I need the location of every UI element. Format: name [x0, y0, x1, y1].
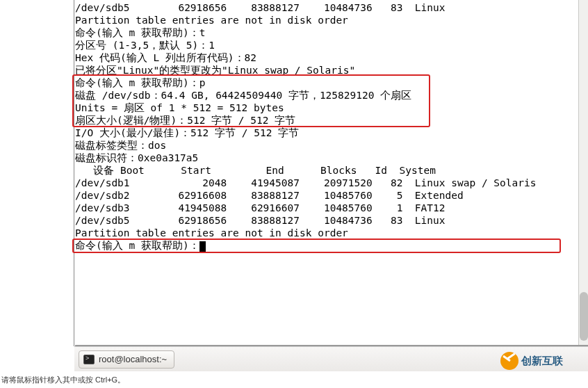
- terminal-content: /dev/sdb5 62918656 83888127 10484736 83 …: [75, 1, 588, 252]
- task-button-label: root@localhost:~: [99, 354, 167, 364]
- terminal-line: 已将分区"Linux"的类型更改为"Linux swap / Solaris": [75, 64, 588, 76]
- task-button-terminal[interactable]: root@localhost:~: [79, 350, 174, 369]
- terminal-line: 磁盘标识符：0xe0a317a5: [75, 152, 588, 164]
- terminal-line: Units = 扇区 of 1 * 512 = 512 bytes: [75, 102, 588, 114]
- terminal-line: 命令(输入 m 获取帮助)：: [75, 239, 588, 252]
- terminal-line: 磁盘 /dev/sdb：64.4 GB, 64424509440 字节，1258…: [75, 89, 588, 102]
- terminal-output[interactable]: /dev/sdb5 62918656 83888127 10484736 83 …: [75, 0, 588, 346]
- terminal-line: /dev/sdb2 62916608 83888127 10485760 5 E…: [75, 189, 588, 202]
- terminal-line: 命令(输入 m 获取帮助)：p: [75, 76, 588, 89]
- terminal-line: /dev/sdb3 41945088 62916607 10485760 1 F…: [75, 202, 588, 214]
- terminal-cursor: [199, 241, 206, 252]
- scrollbar-thumb[interactable]: [580, 292, 588, 341]
- terminal-icon: [83, 355, 95, 364]
- terminal-line: 命令(输入 m 获取帮助)：t: [75, 26, 588, 39]
- terminal-line: /dev/sdb5 62918656 83888127 10484736 83 …: [75, 1, 588, 14]
- terminal-line: 扇区大小(逻辑/物理)：512 字节 / 512 字节: [75, 114, 588, 127]
- status-text: 请将鼠标指针移入其中或按 Ctrl+G。: [1, 375, 125, 385]
- terminal-line: I/O 大小(最小/最佳)：512 字节 / 512 字节: [75, 127, 588, 139]
- left-panel-border: [0, 0, 74, 346]
- vm-status-bar: 请将鼠标指针移入其中或按 Ctrl+G。: [0, 371, 588, 388]
- terminal-line: 设备 Boot Start End Blocks Id System: [75, 164, 588, 177]
- terminal-line: Partition table entries are not in disk …: [75, 227, 588, 239]
- logo-text: 创新互联: [521, 355, 563, 368]
- terminal-line: /dev/sdb1 2048 41945087 20971520 82 Linu…: [75, 177, 588, 189]
- terminal-line: Partition table entries are not in disk …: [75, 14, 588, 26]
- logo-icon: [500, 352, 518, 370]
- terminal-line: 分区号 (1-3,5，默认 5)：1: [75, 39, 588, 51]
- terminal-scrollbar[interactable]: [578, 0, 588, 346]
- terminal-line: Hex 代码(输入 L 列出所有代码)：82: [75, 51, 588, 64]
- terminal-line: 磁盘标签类型：dos: [75, 139, 588, 152]
- watermark-logo: 创新互联: [500, 350, 584, 371]
- terminal-line: /dev/sdb5 62918656 83888127 10484736 83 …: [75, 214, 588, 227]
